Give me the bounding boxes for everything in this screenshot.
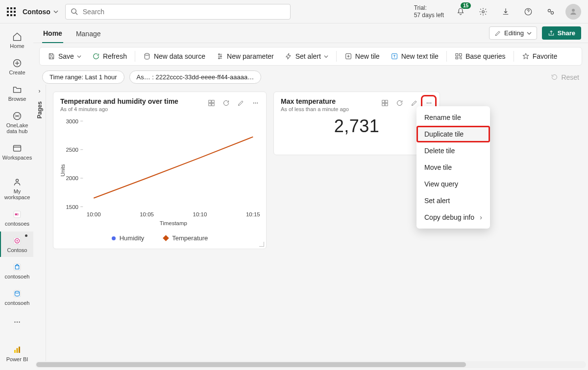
- eventhouse-icon: [12, 262, 23, 273]
- download-button[interactable]: [498, 4, 514, 20]
- help-button[interactable]: [520, 4, 536, 20]
- editing-label: Editing: [504, 29, 524, 37]
- svg-point-11: [15, 213, 18, 216]
- trial-status: Trial: 57 days left: [414, 4, 444, 19]
- data-grid-icon: [381, 99, 389, 107]
- new-text-tile-button[interactable]: New text tile: [386, 49, 443, 63]
- queries-icon: [455, 52, 463, 60]
- favorite-button[interactable]: Favorite: [517, 49, 563, 63]
- new-parameter-button[interactable]: New parameter: [211, 49, 279, 63]
- svg-point-51: [428, 102, 429, 103]
- svg-rect-46: [382, 100, 384, 102]
- nav-ws-contoso[interactable]: Contoso: [0, 231, 33, 257]
- new-data-source-button[interactable]: New data source: [138, 49, 210, 63]
- home-icon: [12, 31, 23, 42]
- onelake-icon: [12, 111, 23, 121]
- tab-manage[interactable]: Manage: [75, 25, 102, 43]
- ctx-set-alert[interactable]: Set alert: [416, 192, 490, 209]
- ctx-view-query[interactable]: View query: [416, 176, 490, 192]
- tile-explore-button[interactable]: [205, 97, 217, 109]
- save-button[interactable]: Save: [43, 49, 86, 63]
- tile-refresh-button[interactable]: [220, 97, 232, 109]
- scroll-thumb[interactable]: [36, 362, 466, 367]
- nav-browse[interactable]: Browse: [0, 80, 33, 106]
- set-alert-button[interactable]: Set alert: [280, 49, 333, 63]
- tab-home[interactable]: Home: [42, 24, 63, 43]
- database-icon: [143, 52, 151, 60]
- settings-button[interactable]: [475, 4, 491, 20]
- nav-my-workspace[interactable]: My workspace: [0, 173, 33, 204]
- svg-point-25: [145, 53, 149, 55]
- svg-rect-35: [208, 100, 211, 102]
- tile-icon: [344, 52, 352, 60]
- x-axis-label: Timestamp: [160, 220, 187, 226]
- app-launcher-icon[interactable]: [7, 7, 16, 16]
- search-input[interactable]: [82, 7, 285, 16]
- download-icon: [501, 7, 510, 16]
- ribbon-toolbar: Save Refresh New data source New paramet…: [39, 47, 582, 66]
- person-icon: [569, 7, 578, 16]
- refresh-button[interactable]: Refresh: [87, 49, 132, 63]
- nav-ws-contosoeh2[interactable]: contosoeh: [0, 284, 33, 310]
- ctx-copy-debug[interactable]: Copy debug info›: [416, 209, 490, 226]
- editing-mode-button[interactable]: Editing: [489, 26, 537, 40]
- workspaces-icon: [12, 143, 23, 154]
- nav-ws-contosoeh1[interactable]: contosoeh: [0, 258, 33, 283]
- nav-home[interactable]: Home: [0, 27, 33, 53]
- svg-point-20: [17, 322, 18, 323]
- svg-point-41: [257, 102, 258, 103]
- chevron-down-icon: [527, 31, 532, 36]
- powerbi-icon: [12, 345, 23, 355]
- svg-point-26: [219, 54, 220, 55]
- ctx-move-tile[interactable]: Move tile: [416, 159, 490, 176]
- chart-plot: 3000 2500 2000 1500: [67, 116, 261, 214]
- pages-label: Pages: [36, 101, 43, 118]
- text-tile-icon: [391, 52, 398, 60]
- reset-button[interactable]: Reset: [551, 73, 579, 81]
- base-queries-button[interactable]: Base queries: [450, 49, 511, 63]
- nav-label: Create: [9, 69, 25, 75]
- svg-rect-47: [385, 100, 388, 102]
- refresh-icon: [222, 99, 230, 107]
- account-avatar[interactable]: [565, 4, 581, 20]
- svg-rect-23: [17, 348, 18, 353]
- notifications-button[interactable]: 15: [453, 4, 468, 20]
- nav-workspaces[interactable]: Workspaces: [0, 139, 33, 164]
- svg-point-40: [255, 102, 256, 103]
- xtick: 10:00: [87, 211, 101, 217]
- nav-label: Home: [10, 43, 24, 49]
- as-parameter-pill[interactable]: As… : 2222cccc-33dd-eeee-ff44-aaaaa…: [129, 70, 262, 84]
- nav-create[interactable]: Create: [0, 54, 33, 79]
- ctx-delete-tile[interactable]: Delete tile: [416, 142, 490, 159]
- share-button[interactable]: Share: [542, 26, 581, 40]
- tile-max-temperature[interactable]: Max temperature As of less than a minute…: [273, 92, 440, 155]
- feedback-button[interactable]: [543, 4, 559, 20]
- workspace-switcher[interactable]: Contoso: [23, 8, 58, 16]
- nav-powerbi[interactable]: Power BI: [0, 341, 33, 366]
- new-tile-button[interactable]: New tile: [340, 49, 385, 63]
- ctx-rename-tile[interactable]: Rename tile: [416, 109, 490, 126]
- tile-more-button[interactable]: [249, 97, 261, 109]
- horizontal-scrollbar[interactable]: [35, 361, 586, 368]
- svg-point-1: [482, 10, 485, 13]
- pages-panel-toggle[interactable]: › Pages: [33, 85, 46, 361]
- tile-refresh-button[interactable]: [393, 97, 405, 109]
- pencil-icon: [411, 99, 418, 107]
- time-range-pill[interactable]: Time range: Last 1 hour: [42, 70, 124, 84]
- tile-temperature-humidity[interactable]: Temperature and humidity over time As of…: [53, 92, 267, 249]
- nav-more[interactable]: [0, 313, 33, 331]
- resize-handle[interactable]: [259, 242, 264, 247]
- trial-label: Trial:: [414, 4, 444, 11]
- nav-label: Workspaces: [2, 155, 32, 161]
- svg-rect-36: [212, 100, 214, 102]
- tile-explore-button[interactable]: [379, 97, 391, 109]
- tile-edit-button[interactable]: [235, 97, 246, 109]
- nav-ws-contosoes[interactable]: contosoes: [0, 205, 33, 231]
- save-icon: [48, 52, 55, 60]
- tile-subtitle: As of less than a minute ago: [281, 106, 349, 112]
- global-search[interactable]: [65, 4, 291, 20]
- nav-onelake[interactable]: OneLake data hub: [0, 107, 33, 138]
- ytick: 2500: [66, 147, 78, 153]
- ctx-duplicate-tile[interactable]: Duplicate tile: [416, 126, 490, 142]
- svg-rect-38: [212, 103, 214, 106]
